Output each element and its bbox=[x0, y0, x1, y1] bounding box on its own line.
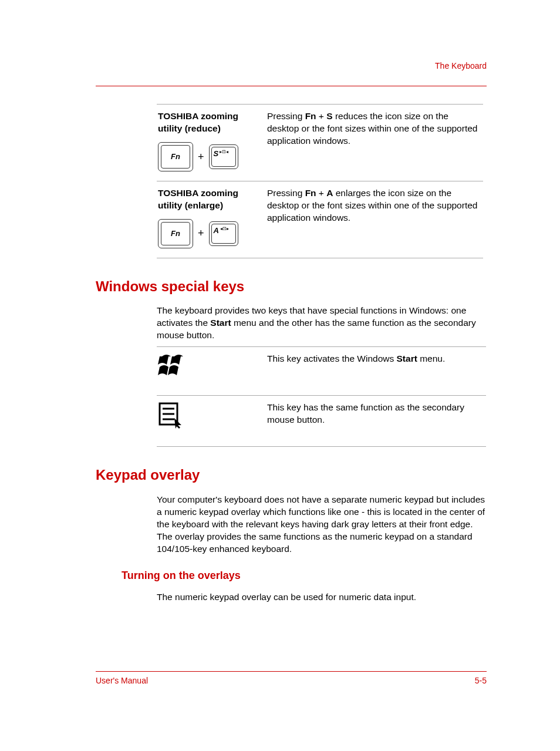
hotkey-cell-right: Pressing Fn + A enlarges the icon size o… bbox=[266, 181, 483, 258]
windows-logo-icon bbox=[158, 353, 187, 378]
plus-icon: + bbox=[198, 150, 204, 164]
header-chapter-label: The Keyboard bbox=[96, 60, 487, 72]
table-row: This key has the same function as the se… bbox=[157, 396, 486, 447]
fn-key-icon: Fn bbox=[158, 219, 193, 248]
key-combo: Fn + S▸⊡◂ bbox=[158, 142, 262, 171]
table-row: This key activates the Windows Start men… bbox=[157, 347, 486, 396]
windows-keys-table: This key activates the Windows Start men… bbox=[157, 346, 486, 447]
icon-cell bbox=[157, 396, 266, 447]
a-key-icon: A◂⊡▸ bbox=[209, 221, 238, 246]
footer-page-number: 5-5 bbox=[475, 675, 487, 686]
header-rule bbox=[96, 86, 487, 86]
magnify-out-icon: ▸⊡◂ bbox=[220, 150, 228, 154]
table-row: TOSHIBA zooming utility (reduce) Fn + S▸… bbox=[157, 104, 483, 181]
s-key-icon: S▸⊡◂ bbox=[209, 144, 238, 169]
overlay-paragraph: The numeric keypad overlay can be used f… bbox=[157, 591, 487, 604]
footer-rule bbox=[96, 671, 487, 672]
key-combo: Fn + A◂⊡▸ bbox=[158, 219, 262, 248]
plus-icon: + bbox=[198, 226, 204, 240]
windows-intro-paragraph: The keyboard provides two keys that have… bbox=[157, 305, 487, 342]
heading-keypad-overlay: Keypad overlay bbox=[96, 466, 487, 484]
heading-windows-special-keys: Windows special keys bbox=[96, 277, 487, 296]
hotkey-table: TOSHIBA zooming utility (reduce) Fn + S▸… bbox=[157, 104, 483, 258]
table-row: TOSHIBA zooming utility (enlarge) Fn + A… bbox=[157, 181, 483, 258]
hotkey-cell-right: Pressing Fn + S reduces the icon size on… bbox=[266, 104, 483, 181]
footer-manual-label: User's Manual bbox=[96, 675, 148, 686]
desc-cell: This key activates the Windows Start men… bbox=[266, 347, 486, 396]
document-page: The Keyboard TOSHIBA zooming utility (re… bbox=[0, 0, 560, 751]
hotkey-title: TOSHIBA zooming utility (enlarge) bbox=[158, 187, 262, 212]
keypad-paragraph: Your computer's keyboard does not have a… bbox=[157, 494, 487, 555]
hotkey-cell-left: TOSHIBA zooming utility (enlarge) Fn + A… bbox=[157, 181, 266, 258]
page-footer: User's Manual 5-5 bbox=[96, 671, 487, 686]
subheading-turning-on-overlays: Turning on the overlays bbox=[122, 568, 487, 582]
context-menu-key-icon bbox=[158, 402, 185, 429]
fn-key-icon: Fn bbox=[158, 142, 193, 171]
hotkey-title: TOSHIBA zooming utility (reduce) bbox=[158, 110, 262, 135]
icon-cell bbox=[157, 347, 266, 396]
hotkey-cell-left: TOSHIBA zooming utility (reduce) Fn + S▸… bbox=[157, 104, 266, 181]
magnify-in-icon: ◂⊡▸ bbox=[220, 227, 229, 231]
desc-cell: This key has the same function as the se… bbox=[266, 396, 486, 447]
